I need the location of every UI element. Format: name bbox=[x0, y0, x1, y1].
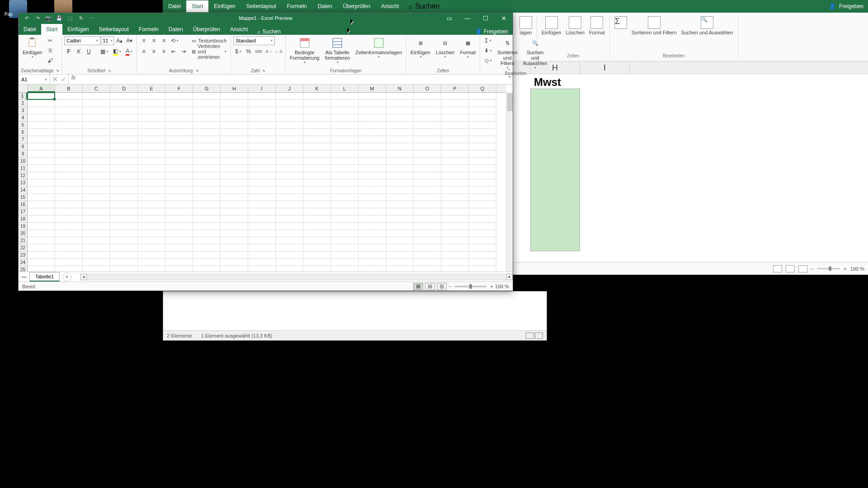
cell-N23[interactable] bbox=[386, 252, 414, 259]
cell-E18[interactable] bbox=[138, 216, 165, 223]
cell-Q12[interactable] bbox=[469, 172, 496, 179]
copy-button[interactable]: ⎘ bbox=[46, 46, 55, 55]
cell-B12[interactable] bbox=[55, 172, 83, 179]
column-header-O[interactable]: O bbox=[414, 84, 441, 92]
bg-sort-filter-button[interactable]: Sortieren und Filtern bbox=[631, 15, 678, 36]
cell-O25[interactable] bbox=[414, 266, 441, 272]
cell-K5[interactable] bbox=[303, 122, 331, 129]
cell-P22[interactable] bbox=[441, 244, 469, 252]
cell-M17[interactable] bbox=[359, 208, 386, 216]
cell-F4[interactable] bbox=[165, 114, 193, 122]
cell-D11[interactable] bbox=[110, 165, 138, 172]
cell-M10[interactable] bbox=[359, 158, 386, 165]
decrease-font-button[interactable]: A▾ bbox=[125, 36, 134, 45]
cell-M4[interactable] bbox=[359, 114, 386, 122]
cell-Q21[interactable] bbox=[469, 237, 496, 244]
cell-I5[interactable] bbox=[248, 122, 276, 129]
cell-A18[interactable] bbox=[28, 216, 55, 223]
cell-F16[interactable] bbox=[165, 201, 193, 208]
column-header-K[interactable]: K bbox=[303, 84, 331, 92]
cell-K23[interactable] bbox=[303, 252, 331, 259]
row-header-22[interactable]: 22 bbox=[19, 244, 27, 252]
row-header-12[interactable]: 12 bbox=[19, 172, 27, 179]
cell-Q2[interactable] bbox=[469, 100, 496, 107]
cell-G22[interactable] bbox=[193, 244, 221, 252]
cell-H19[interactable] bbox=[221, 223, 248, 230]
bg-autosum-button[interactable]: Σ bbox=[613, 15, 628, 36]
cell-F1[interactable] bbox=[165, 93, 193, 100]
cell-A13[interactable] bbox=[28, 179, 55, 187]
cell-J4[interactable] bbox=[276, 114, 303, 122]
cell-I19[interactable] bbox=[248, 223, 276, 230]
decrease-indent-button[interactable]: ⇤ bbox=[169, 47, 178, 56]
cell-P4[interactable] bbox=[441, 114, 469, 122]
cell-I9[interactable] bbox=[248, 150, 276, 158]
cell-M22[interactable] bbox=[359, 244, 386, 252]
cell-Q25[interactable] bbox=[469, 266, 496, 272]
bg-view-layout[interactable] bbox=[786, 265, 795, 272]
bg-col-h-I[interactable]: I bbox=[580, 61, 630, 74]
zoom-level[interactable]: 100 % bbox=[495, 284, 509, 289]
ribbon-tab-einfügen[interactable]: Einfügen bbox=[62, 24, 94, 35]
cell-Q14[interactable] bbox=[469, 187, 496, 194]
cell-A20[interactable] bbox=[28, 230, 55, 237]
ribbon-tab-start[interactable]: Start bbox=[41, 24, 62, 35]
cell-J13[interactable] bbox=[276, 179, 303, 187]
cell-F12[interactable] bbox=[165, 172, 193, 179]
border-button[interactable]: ▦▾ bbox=[99, 47, 110, 56]
cell-E11[interactable] bbox=[138, 165, 165, 172]
cell-F10[interactable] bbox=[165, 158, 193, 165]
cell-A7[interactable] bbox=[28, 136, 55, 143]
cell-I7[interactable] bbox=[248, 136, 276, 143]
cell-M15[interactable] bbox=[359, 194, 386, 201]
cell-J12[interactable] bbox=[276, 172, 303, 179]
cell-G15[interactable] bbox=[193, 194, 221, 201]
cell-E6[interactable] bbox=[138, 129, 165, 136]
cell-L12[interactable] bbox=[331, 172, 359, 179]
cell-B21[interactable] bbox=[55, 237, 83, 244]
row-header-19[interactable]: 19 bbox=[19, 223, 27, 230]
cell-D24[interactable] bbox=[110, 259, 138, 266]
cell-J10[interactable] bbox=[276, 158, 303, 165]
cell-F7[interactable] bbox=[165, 136, 193, 143]
cell-H13[interactable] bbox=[221, 179, 248, 187]
cell-L19[interactable] bbox=[331, 223, 359, 230]
cell-A22[interactable] bbox=[28, 244, 55, 252]
row-header-9[interactable]: 9 bbox=[19, 150, 27, 158]
cell-H16[interactable] bbox=[221, 201, 248, 208]
cell-B16[interactable] bbox=[55, 201, 83, 208]
cell-I10[interactable] bbox=[248, 158, 276, 165]
row-header-15[interactable]: 15 bbox=[19, 194, 27, 201]
bg-styles-partial[interactable]: lagen bbox=[519, 15, 533, 36]
cell-P20[interactable] bbox=[441, 230, 469, 237]
cell-Q18[interactable] bbox=[469, 216, 496, 223]
cell-L6[interactable] bbox=[331, 129, 359, 136]
cell-P25[interactable] bbox=[441, 266, 469, 272]
cell-N20[interactable] bbox=[386, 230, 414, 237]
row-header-13[interactable]: 13 bbox=[19, 179, 27, 187]
bg-insert-button[interactable]: Einfügen bbox=[541, 15, 562, 36]
cell-Q22[interactable] bbox=[469, 244, 496, 252]
cell-J14[interactable] bbox=[276, 187, 303, 194]
cell-J23[interactable] bbox=[276, 252, 303, 259]
add-sheet-button[interactable]: + bbox=[62, 272, 71, 282]
cell-G14[interactable] bbox=[193, 187, 221, 194]
cell-C2[interactable] bbox=[83, 100, 110, 107]
cell-O9[interactable] bbox=[414, 150, 441, 158]
cell-P15[interactable] bbox=[441, 194, 469, 201]
cell-G9[interactable] bbox=[193, 150, 221, 158]
cell-E2[interactable] bbox=[138, 100, 165, 107]
cell-M1[interactable] bbox=[359, 93, 386, 100]
cell-M2[interactable] bbox=[359, 100, 386, 107]
cell-Q15[interactable] bbox=[469, 194, 496, 201]
cell-E4[interactable] bbox=[138, 114, 165, 122]
cell-J25[interactable] bbox=[276, 266, 303, 272]
row-header-5[interactable]: 5 bbox=[19, 122, 27, 129]
spreadsheet-grid[interactable]: ABCDEFGHIJKLMNOPQ 1234567891011121314151… bbox=[19, 84, 513, 272]
cell-K17[interactable] bbox=[303, 208, 331, 216]
cell-P21[interactable] bbox=[441, 237, 469, 244]
row-header-17[interactable]: 17 bbox=[19, 208, 27, 216]
cell-L3[interactable] bbox=[331, 107, 359, 114]
orientation-button[interactable]: ⟲▾ bbox=[169, 36, 180, 45]
cell-C3[interactable] bbox=[83, 107, 110, 114]
